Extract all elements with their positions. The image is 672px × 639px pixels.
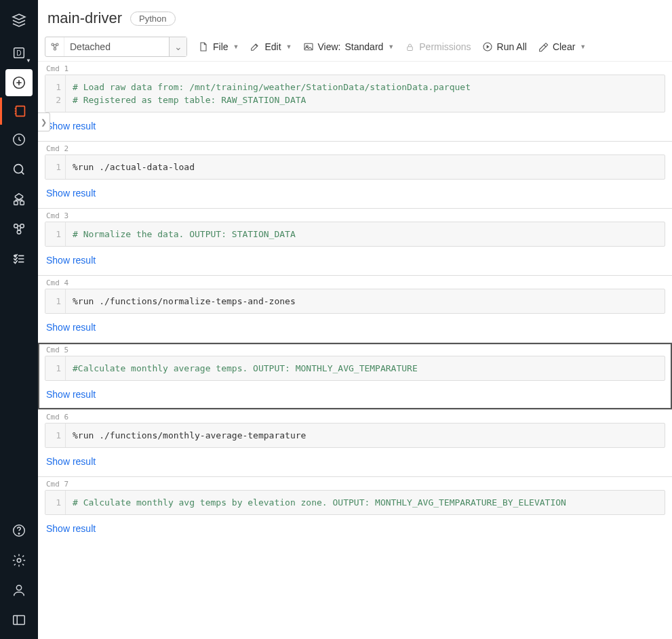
sidebar-expand-handle[interactable]: ❯: [38, 112, 50, 131]
run-all-button[interactable]: Run All: [482, 41, 527, 52]
cmd-label: Cmd 7: [38, 477, 672, 490]
permissions-label: Permissions: [419, 41, 471, 52]
left-sidebar: D ▼: [0, 0, 38, 639]
edit-menu[interactable]: Edit▼: [250, 41, 292, 52]
recent-icon[interactable]: [5, 126, 33, 153]
cmd-label: Cmd 4: [38, 276, 672, 289]
notebook-cell[interactable]: Cmd 51#Calculate monthly average temps. …: [38, 342, 672, 409]
cluster-icon: [45, 37, 64, 56]
svg-rect-6: [14, 201, 18, 205]
permissions-button: Permissions: [405, 41, 471, 52]
show-result-link[interactable]: Show result: [38, 180, 672, 208]
code-content[interactable]: #Calculate monthly average temps. OUTPUT…: [66, 356, 665, 380]
data-icon[interactable]: [5, 186, 33, 213]
tasks-icon[interactable]: [5, 245, 33, 272]
code-block[interactable]: 1%run ./actual-data-load: [45, 154, 665, 180]
notebook-cells-container: Cmd 112# Load raw data from: /mnt/traini…: [38, 62, 672, 557]
cmd-label: Cmd 2: [38, 142, 672, 154]
clear-label: Clear: [553, 41, 575, 52]
svg-text:D: D: [16, 49, 21, 57]
create-icon[interactable]: [5, 69, 33, 96]
show-result-link[interactable]: Show result: [38, 247, 672, 275]
svg-rect-15: [14, 616, 25, 625]
notebook-header: main-driver Python: [38, 0, 672, 33]
cluster-attach-dropdown[interactable]: Detached ⌄: [45, 37, 187, 57]
line-gutter: 12: [45, 75, 66, 112]
line-gutter: 1: [45, 356, 66, 380]
line-gutter: 1: [45, 491, 66, 514]
code-content[interactable]: %run ./functions/monthly-average-tempara…: [66, 424, 665, 447]
svg-point-5: [14, 165, 23, 173]
show-result-link[interactable]: Show result: [38, 381, 672, 409]
code-block[interactable]: 12# Load raw data from: /mnt/training/we…: [45, 75, 665, 112]
notebook-cell[interactable]: Cmd 112# Load raw data from: /mnt/traini…: [38, 62, 672, 141]
file-menu-label: File: [213, 41, 229, 52]
line-gutter: 1: [45, 289, 66, 313]
notebook-cell[interactable]: Cmd 71# Calculate monthly avg temps by e…: [38, 476, 672, 543]
file-menu[interactable]: File▼: [198, 41, 239, 52]
code-content[interactable]: %run ./functions/normalize-temps-and-zon…: [66, 289, 665, 313]
view-menu[interactable]: View: Standard▼: [303, 41, 395, 52]
code-content[interactable]: # Load raw data from: /mnt/training/weat…: [66, 75, 665, 112]
line-gutter: 1: [45, 424, 66, 447]
show-result-link[interactable]: Show result: [38, 515, 672, 543]
svg-rect-7: [20, 201, 24, 205]
view-prefix-label: View:: [318, 41, 341, 52]
language-badge[interactable]: Python: [130, 12, 175, 26]
show-result-link[interactable]: Show result: [38, 112, 672, 141]
code-block[interactable]: 1# Normalize the data. OUTPUT: STATION_D…: [45, 222, 665, 247]
code-block[interactable]: 1%run ./functions/monthly-average-tempar…: [45, 423, 665, 448]
compute-icon[interactable]: [5, 215, 33, 243]
notebook-cell[interactable]: Cmd 61%run ./functions/monthly-average-t…: [38, 409, 672, 476]
cmd-label: Cmd 6: [38, 410, 672, 423]
main-content: main-driver Python Detached ⌄ File▼ Edit…: [38, 0, 672, 639]
code-content[interactable]: # Normalize the data. OUTPUT: STATION_DA…: [66, 222, 665, 246]
view-value-label: Standard: [345, 41, 384, 52]
edit-menu-label: Edit: [264, 41, 281, 52]
toolbar: Detached ⌄ File▼ Edit▼ View: Standard▼ P…: [38, 33, 672, 62]
show-result-link[interactable]: Show result: [38, 314, 672, 342]
code-content[interactable]: %run ./actual-data-load: [66, 155, 665, 179]
settings-icon[interactable]: [5, 547, 33, 574]
svg-point-14: [16, 585, 21, 590]
notebook-cell[interactable]: Cmd 41%run ./functions/normalize-temps-a…: [38, 275, 672, 342]
svg-rect-21: [408, 46, 413, 50]
svg-point-10: [17, 230, 21, 234]
cmd-label: Cmd 5: [38, 343, 672, 356]
svg-point-18: [54, 48, 56, 50]
notebook-icon[interactable]: [0, 98, 38, 125]
clear-menu[interactable]: Clear▼: [538, 41, 586, 52]
cmd-label: Cmd 1: [38, 62, 672, 75]
notebook-cell[interactable]: Cmd 31# Normalize the data. OUTPUT: STAT…: [38, 208, 672, 275]
show-result-link[interactable]: Show result: [38, 448, 672, 476]
code-content[interactable]: # Calculate monthly avg temps by elevati…: [66, 491, 665, 514]
workspace-icon[interactable]: D ▼: [5, 39, 33, 66]
cluster-attach-label: Detached: [64, 41, 169, 52]
help-icon[interactable]: [5, 517, 33, 544]
line-gutter: 1: [45, 155, 66, 179]
notebook-title[interactable]: main-driver: [47, 9, 122, 27]
search-icon[interactable]: [5, 156, 33, 183]
logo-icon[interactable]: [5, 7, 33, 34]
code-block[interactable]: 1%run ./functions/normalize-temps-and-zo…: [45, 289, 665, 314]
notebook-cell[interactable]: Cmd 21%run ./actual-data-loadShow result: [38, 141, 672, 208]
svg-rect-3: [16, 106, 24, 117]
line-gutter: 1: [45, 222, 66, 246]
cmd-label: Cmd 3: [38, 209, 672, 222]
chevron-down-icon: ⌄: [169, 37, 186, 56]
code-block[interactable]: 1# Calculate monthly avg temps by elevat…: [45, 490, 665, 515]
code-block[interactable]: 1#Calculate monthly average temps. OUTPU…: [45, 356, 665, 381]
run-all-label: Run All: [497, 41, 527, 52]
svg-point-12: [18, 533, 19, 534]
user-icon[interactable]: [5, 577, 33, 604]
svg-point-13: [17, 558, 21, 562]
panel-toggle-icon[interactable]: [5, 606, 33, 634]
